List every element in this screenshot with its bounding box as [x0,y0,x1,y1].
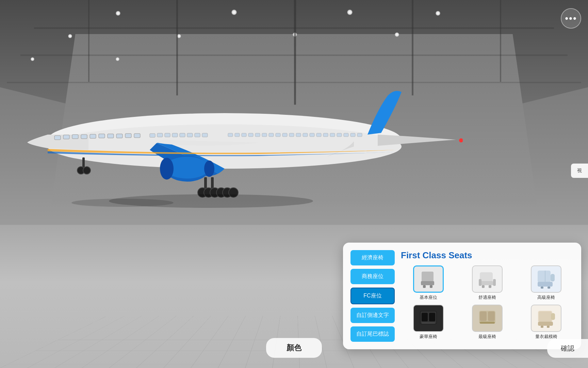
svg-rect-27 [150,134,155,137]
svg-rect-25 [125,134,131,138]
seat-thumb-luxury [413,305,444,332]
svg-point-16 [83,167,91,174]
svg-rect-61 [430,285,432,288]
svg-rect-69 [538,282,553,287]
panel-title: First Class Seats [401,250,574,261]
seat-option-highend[interactable]: 最級座椅 [460,305,514,340]
svg-rect-50 [330,133,335,137]
svg-rect-26 [134,134,140,138]
ceiling-light-9 [31,57,34,61]
svg-rect-46 [303,133,308,137]
seat-label-comfort: 舒適座椅 [478,294,496,301]
svg-rect-51 [337,133,342,137]
sidebar-btn-business[interactable]: 商務座位 [350,269,395,284]
color-button[interactable]: 顏色 [266,338,322,358]
seat-label-premium: 高級座椅 [537,294,555,301]
ceiling-light-1 [116,11,120,16]
svg-rect-23 [108,134,114,138]
ceiling-light-8 [395,32,399,37]
svg-rect-73 [548,287,550,289]
svg-rect-60 [423,285,426,288]
ceiling-light-5 [68,34,72,38]
ceiling-light-10 [116,57,119,61]
svg-rect-17 [54,136,61,140]
seat-option-grid: 基本座位 舒適座椅 [401,265,574,340]
svg-rect-72 [541,287,543,289]
svg-rect-82 [488,311,495,321]
svg-rect-40 [262,133,267,137]
svg-rect-65 [493,279,496,286]
svg-rect-86 [538,322,553,326]
svg-rect-41 [269,133,274,137]
view-button[interactable]: 視 [571,164,588,178]
seat-label-highend: 最級座椅 [478,334,496,340]
svg-point-4 [160,158,174,180]
svg-rect-20 [81,135,87,139]
svg-rect-19 [72,135,78,139]
airplane-model [20,68,463,211]
seat-option-premium[interactable]: 高級座椅 [519,265,574,301]
svg-rect-88 [541,326,543,328]
ceiling-light-2 [231,10,237,15]
svg-rect-18 [63,135,69,139]
svg-rect-21 [90,134,96,138]
seat-thumb-premium [531,265,561,293]
ceiling-light-3 [347,10,353,15]
svg-rect-62 [480,272,493,282]
svg-rect-81 [480,311,487,321]
view-label: 視 [577,168,582,173]
svg-rect-35 [228,133,233,137]
svg-rect-67 [489,285,491,288]
sidebar-btn-fc[interactable]: FC座位 [350,288,395,304]
svg-rect-24 [116,134,122,138]
menu-dots-button[interactable]: ••• [561,8,581,29]
configuration-panel: 經濟座椅 商務座位 FC座位 自訂側邊文字 自訂尾巴標誌 First Class… [343,243,581,349]
svg-rect-54 [357,133,362,137]
panel-sidebar: 經濟座椅 商務座位 FC座位 自訂側邊文字 自訂尾巴標誌 [350,250,395,342]
sidebar-btn-economy[interactable]: 經濟座椅 [350,250,395,265]
seat-option-custom[interactable]: 量衣裁模椅 [519,305,574,340]
svg-rect-78 [422,322,435,324]
svg-rect-43 [282,133,287,137]
seat-thumb-comfort [472,265,503,293]
svg-rect-34 [202,133,208,137]
seat-option-basic[interactable]: 基本座位 [401,265,456,301]
svg-rect-44 [289,133,294,137]
svg-rect-85 [539,311,552,322]
svg-rect-64 [479,279,481,286]
svg-rect-22 [99,134,105,138]
svg-rect-29 [165,133,170,137]
confirm-button[interactable]: 確認 [547,339,588,358]
svg-rect-32 [187,133,193,137]
svg-rect-37 [242,133,246,137]
svg-rect-33 [195,133,200,137]
svg-rect-39 [255,133,260,137]
seat-label-basic: 基本座位 [420,294,437,301]
svg-rect-47 [310,133,314,137]
svg-rect-83 [480,322,495,324]
ceiling-hbeam-2 [20,55,568,56]
svg-rect-28 [157,133,163,137]
svg-rect-31 [180,133,185,137]
ceiling-hbeam-1 [34,27,554,29]
seat-option-comfort[interactable]: 舒適座椅 [460,265,514,301]
seat-thumb-custom [531,305,561,332]
ceiling-beam-far-right [500,0,501,82]
svg-point-55 [459,138,463,142]
svg-rect-49 [323,133,328,137]
svg-point-57 [71,199,174,207]
svg-rect-48 [316,133,321,137]
sidebar-btn-custom-tail[interactable]: 自訂尾巴標誌 [350,326,395,342]
seat-thumb-highend [472,305,503,332]
svg-rect-59 [421,281,434,285]
svg-rect-87 [551,313,555,320]
seat-option-luxury[interactable]: 豪華座椅 [401,305,456,340]
svg-rect-77 [429,313,435,321]
svg-rect-38 [248,133,253,137]
svg-rect-42 [276,133,280,137]
svg-point-5 [204,160,214,177]
svg-rect-36 [235,133,240,137]
svg-rect-89 [547,326,550,328]
sidebar-btn-custom-text[interactable]: 自訂側邊文字 [350,308,395,323]
seat-label-luxury: 豪華座椅 [420,334,437,340]
